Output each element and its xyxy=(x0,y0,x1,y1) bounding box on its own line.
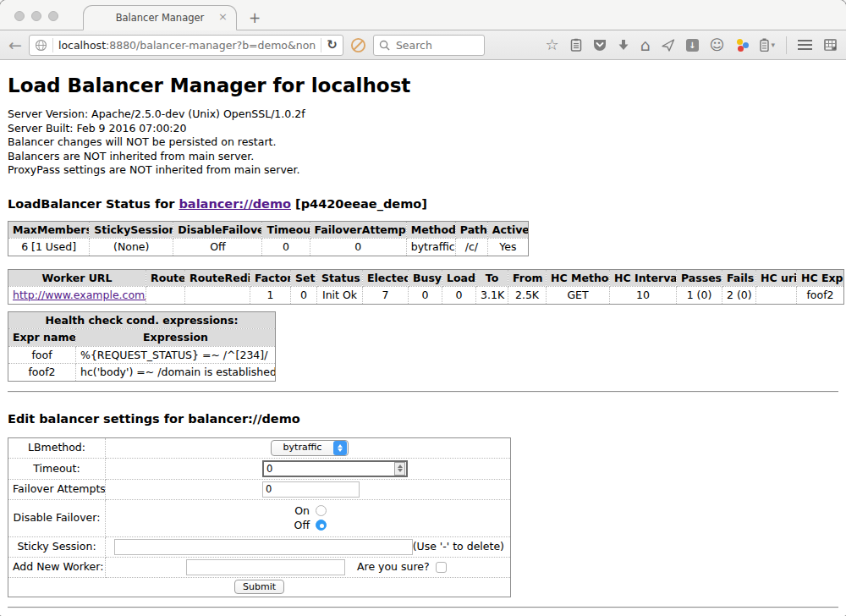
radio-option-off: Off xyxy=(289,519,327,532)
smiley-icon[interactable]: ☺ xyxy=(710,38,725,52)
form-row-submit: Submit xyxy=(8,577,511,597)
url-text[interactable]: localhost:8880/balancer-manager?b=demo&n… xyxy=(58,39,316,52)
col-expr-name: Expr name xyxy=(8,329,76,347)
form-row-add-worker: Add New Worker: Are you sure? xyxy=(8,557,511,577)
balancer-demo-link[interactable]: balancer://demo xyxy=(179,197,291,211)
radio-off[interactable] xyxy=(316,520,327,531)
col-method: Method xyxy=(406,221,455,239)
server-version-line: Server Version: Apache/2.5.0-dev (Unix) … xyxy=(8,107,838,122)
failover-attempts-input[interactable] xyxy=(262,481,360,498)
status-heading: LoadBalancer Status for balancer://demo … xyxy=(8,197,838,211)
status-heading-suffix: [p4420eeae_demo] xyxy=(291,197,427,211)
col-worker-url: Worker URL xyxy=(8,269,146,287)
form-row-timeout: Timeout: xyxy=(8,458,511,479)
timeout-input[interactable] xyxy=(264,463,394,475)
tab-close-icon[interactable]: × xyxy=(218,11,228,22)
download-icon[interactable] xyxy=(618,39,629,52)
clipboard-icon[interactable] xyxy=(570,38,582,52)
lbmethod-label: LBmethod: xyxy=(8,437,106,458)
table-header-row: Worker URL Route RouteRedir Factor Set S… xyxy=(8,269,844,287)
submit-button[interactable]: Submit xyxy=(234,580,284,594)
divider xyxy=(321,38,321,52)
col-path: Path xyxy=(455,221,487,239)
divider xyxy=(8,391,838,393)
server-built-line: Server Built: Feb 9 2016 07:00:20 xyxy=(8,122,838,136)
are-you-sure-label: Are you sure? xyxy=(357,560,430,574)
toolbar-icons: ☆ ⌂ ↓ ☺ ▾ xyxy=(498,36,838,54)
col-disablefailover: DisableFailover xyxy=(173,221,262,239)
edit-balancer-form: LBmethod: bytraffic Timeout: xyxy=(8,437,511,597)
health-table-title: Health check cond. expressions: xyxy=(8,311,276,329)
containers-icon[interactable] xyxy=(735,39,749,52)
url-bar[interactable]: localhost:8880/balancer-manager?b=demo&n… xyxy=(29,35,343,56)
sticky-session-input[interactable] xyxy=(114,539,413,555)
worker-url-link[interactable]: http://www.example.com/ xyxy=(13,289,146,301)
close-window-button[interactable] xyxy=(14,11,25,21)
worker-table: Worker URL Route RouteRedir Factor Set S… xyxy=(8,269,844,305)
add-worker-input[interactable] xyxy=(186,559,345,575)
divider xyxy=(8,607,838,608)
number-spinner-icon[interactable] xyxy=(394,462,405,476)
tab-title: Balancer Manager xyxy=(116,12,205,24)
home-icon[interactable]: ⌂ xyxy=(640,38,651,52)
form-row-failover: Failover Attempts: xyxy=(8,479,511,499)
proxypass-notice-line: ProxyPass settings are NOT inherited fro… xyxy=(8,163,838,178)
new-tab-button[interactable]: + xyxy=(249,9,261,26)
menu-icon[interactable] xyxy=(798,40,812,50)
form-row-sticky: Sticky Session: (Use '-' to delete) xyxy=(8,536,511,557)
send-icon[interactable] xyxy=(662,39,675,52)
search-bar[interactable] xyxy=(373,35,485,56)
sticky-session-label: Sticky Session: xyxy=(8,536,106,557)
table-row: foof %{REQUEST_STATUS} =~ /^[234]/ xyxy=(8,346,276,364)
table-title-row: Health check cond. expressions: xyxy=(8,311,276,329)
sticky-session-hint: (Use '-' to delete) xyxy=(413,540,504,553)
plugin-blocked-icon[interactable] xyxy=(350,37,366,53)
col-maxmembers: MaxMembers xyxy=(8,221,90,239)
table-row: foof2 hc('body') =~ /domain is establish… xyxy=(8,364,276,382)
table-row: 6 [1 Used] (None) Off 0 0 bytraffic /c/ … xyxy=(8,239,529,256)
tab-balancer-manager[interactable]: Balancer Manager × xyxy=(83,5,237,30)
navigation-toolbar: ← localhost:8880/balancer-manager?b=demo… xyxy=(0,30,846,60)
radio-off-label: Off xyxy=(289,519,310,532)
url-path: :8880/balancer-manager?b=demo&nonce=decc… xyxy=(106,39,316,52)
window-controls xyxy=(14,11,58,21)
battery-icon[interactable]: ▾ xyxy=(760,38,775,52)
reload-icon[interactable]: ↻ xyxy=(327,37,338,52)
balancer-status-table: MaxMembers StickySession DisableFailover… xyxy=(8,221,529,256)
back-button[interactable]: ← xyxy=(8,37,22,53)
minimize-window-button[interactable] xyxy=(31,11,41,21)
form-row-lbmethod: LBmethod: bytraffic xyxy=(8,437,511,458)
timeout-input-wrap xyxy=(262,460,408,477)
radio-option-on: On xyxy=(289,504,327,518)
bookmark-star-icon[interactable]: ☆ xyxy=(546,38,559,52)
browser-window: Balancer Manager × + ← localhost:8880/ba… xyxy=(0,0,846,616)
grid-icon[interactable] xyxy=(823,38,838,52)
select-stepper-icon xyxy=(333,441,347,455)
radio-on[interactable] xyxy=(316,505,327,516)
col-expression: Expression xyxy=(76,329,276,347)
page-content: Load Balancer Manager for localhost Serv… xyxy=(0,60,846,615)
persist-notice-line: Balancer changes will NOT be persisted o… xyxy=(8,135,838,150)
chevron-down-icon[interactable]: ▾ xyxy=(771,38,775,52)
search-input[interactable] xyxy=(394,38,470,52)
add-worker-label: Add New Worker: xyxy=(8,557,106,577)
pocket-icon[interactable] xyxy=(593,39,607,52)
divider xyxy=(786,36,787,54)
page-title: Load Balancer Manager for localhost xyxy=(8,74,838,96)
are-you-sure-checkbox[interactable] xyxy=(436,562,447,573)
col-active: Active xyxy=(487,221,528,239)
timeout-label: Timeout: xyxy=(8,458,106,479)
video-download-icon[interactable]: ↓ xyxy=(686,39,699,52)
edit-settings-heading: Edit balancer settings for balancer://de… xyxy=(8,412,838,426)
lbmethod-select[interactable]: bytraffic xyxy=(271,440,349,456)
table-header-row: Expr name Expression xyxy=(8,329,276,347)
table-header-row: MaxMembers StickySession DisableFailover… xyxy=(8,221,529,239)
col-failoverattempts: FailoverAttempts xyxy=(310,221,406,239)
server-info: Server Version: Apache/2.5.0-dev (Unix) … xyxy=(8,107,838,178)
globe-icon xyxy=(35,39,47,52)
url-domain: localhost xyxy=(58,39,106,52)
zoom-window-button[interactable] xyxy=(48,11,58,21)
lbmethod-selected-value: bytraffic xyxy=(272,441,333,454)
radio-on-label: On xyxy=(289,504,310,518)
col-stickysession: StickySession xyxy=(90,221,173,239)
